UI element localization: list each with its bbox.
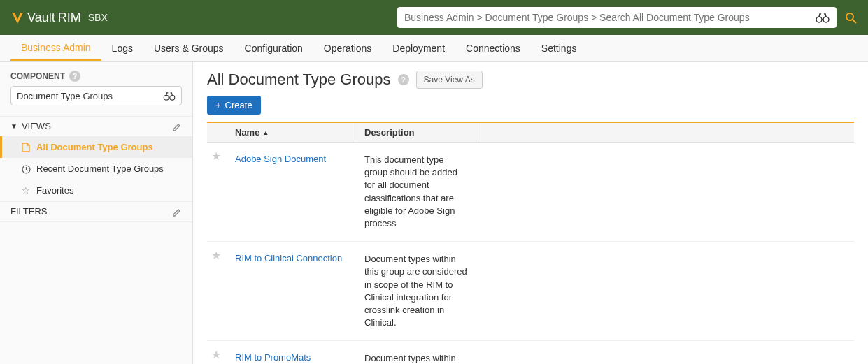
svg-point-4 [170,95,175,100]
table-row: ★ RIM to PromoMats Connection Document t… [207,341,854,364]
help-icon[interactable]: ? [69,71,80,82]
logo-text-rim: RIM [58,10,81,25]
column-description-header[interactable]: Description [357,123,476,142]
views-label: VIEWS [22,121,51,131]
nav-connections[interactable]: Connections [455,35,531,61]
favorite-toggle[interactable]: ★ [207,249,228,333]
component-select[interactable]: Document Type Groups [10,86,182,105]
favorite-toggle[interactable]: ★ [207,348,228,364]
table-row: ★ Adobe Sign Document This document type… [207,143,854,242]
column-favorite [207,123,228,142]
component-label-text: COMPONENT [10,71,65,81]
row-description: Document types within this group are con… [357,348,476,364]
binoculars-icon [163,91,176,101]
edit-icon[interactable] [172,121,182,132]
search-input[interactable] [404,12,810,23]
view-item-label: Recent Document Type Groups [36,163,164,174]
svg-point-2 [846,13,853,20]
view-item-label: All Document Type Groups [36,142,153,152]
save-view-as-button[interactable]: Save View As [416,71,483,89]
binoculars-icon[interactable] [816,11,830,24]
row-name-link[interactable]: RIM to Clinical Connection [235,253,342,263]
view-item-label: Favorites [36,185,73,196]
view-recent-document-type-groups[interactable]: Recent Document Type Groups [0,158,192,180]
favorite-toggle[interactable]: ★ [207,150,228,234]
table-row: ★ RIM to Clinical Connection Document ty… [207,242,854,341]
main-content: All Document Type Groups ? Save View As … [193,62,868,364]
app-logo[interactable]: Vault RIM SBX [10,8,108,27]
page-title: All Document Type Groups [207,71,391,89]
row-description: Document types within this group are con… [357,249,476,333]
row-name-link[interactable]: RIM to PromoMats Connection [235,352,311,364]
sidebar: COMPONENT ? Document Type Groups ▼ VIEWS… [0,62,193,364]
main-layout: COMPONENT ? Document Type Groups ▼ VIEWS… [0,62,868,364]
clock-icon [21,163,31,174]
page-title-row: All Document Type Groups ? Save View As [207,71,854,89]
nav-operations[interactable]: Operations [313,35,382,61]
search-icon[interactable] [845,10,858,25]
column-name-header[interactable]: Name ▲ [228,123,357,142]
nav-configuration[interactable]: Configuration [234,35,313,61]
logo-text-vault: Vault [27,10,55,25]
help-icon[interactable]: ? [398,74,409,85]
row-name-link[interactable]: Adobe Sign Document [235,154,326,164]
star-icon: ☆ [21,185,31,196]
plus-icon: + [215,100,221,110]
filters-header[interactable]: FILTERS [0,201,192,222]
table-header-row: Name ▲ Description [207,123,854,143]
filters-label: FILTERS [10,206,48,217]
views-header[interactable]: ▼ VIEWS [0,116,192,136]
sort-ascending-icon: ▲ [262,129,269,136]
column-name-label: Name [235,127,259,138]
create-button-label: Create [225,100,252,110]
svg-point-0 [816,17,822,22]
create-button[interactable]: + Create [207,96,261,115]
view-favorites[interactable]: ☆ Favorites [0,180,192,201]
nav-logs[interactable]: Logs [101,35,143,61]
logo-v-icon [10,8,24,27]
data-table: Name ▲ Description ★ Adobe Sign Document… [207,122,854,364]
document-icon [21,142,31,153]
edit-icon[interactable] [172,206,182,217]
component-label: COMPONENT ? [0,71,192,86]
nav-users-groups[interactable]: Users & Groups [143,35,234,61]
view-all-document-type-groups[interactable]: All Document Type Groups [0,136,192,159]
search-bar [397,7,837,28]
app-header: Vault RIM SBX [0,0,868,35]
primary-nav: Business Admin Logs Users & Groups Confi… [0,35,868,62]
row-description: This document type group should be added… [357,150,476,234]
nav-business-admin[interactable]: Business Admin [10,35,101,61]
nav-deployment[interactable]: Deployment [382,35,455,61]
caret-down-icon: ▼ [10,122,17,130]
svg-point-1 [823,17,829,22]
logo-text-sbx: SBX [88,12,108,23]
component-select-value: Document Type Groups [17,91,113,101]
svg-point-3 [164,95,169,100]
nav-settings[interactable]: Settings [531,35,588,61]
